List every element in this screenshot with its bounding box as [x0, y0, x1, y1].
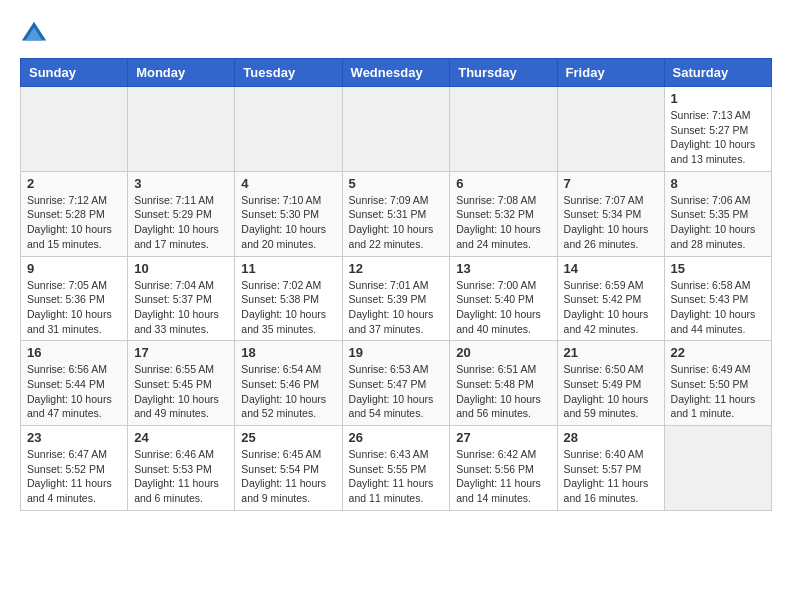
day-number: 16 — [27, 345, 121, 360]
calendar-cell: 15Sunrise: 6:58 AM Sunset: 5:43 PM Dayli… — [664, 256, 771, 341]
day-info: Sunrise: 7:09 AM Sunset: 5:31 PM Dayligh… — [349, 193, 444, 252]
day-number: 24 — [134, 430, 228, 445]
day-info: Sunrise: 7:04 AM Sunset: 5:37 PM Dayligh… — [134, 278, 228, 337]
day-info: Sunrise: 7:06 AM Sunset: 5:35 PM Dayligh… — [671, 193, 765, 252]
day-number: 7 — [564, 176, 658, 191]
column-header-tuesday: Tuesday — [235, 59, 342, 87]
calendar-cell — [235, 87, 342, 172]
calendar-cell: 17Sunrise: 6:55 AM Sunset: 5:45 PM Dayli… — [128, 341, 235, 426]
day-info: Sunrise: 7:11 AM Sunset: 5:29 PM Dayligh… — [134, 193, 228, 252]
calendar-table: SundayMondayTuesdayWednesdayThursdayFrid… — [20, 58, 772, 511]
day-info: Sunrise: 7:02 AM Sunset: 5:38 PM Dayligh… — [241, 278, 335, 337]
page-header — [20, 20, 772, 48]
day-info: Sunrise: 6:40 AM Sunset: 5:57 PM Dayligh… — [564, 447, 658, 506]
day-info: Sunrise: 6:42 AM Sunset: 5:56 PM Dayligh… — [456, 447, 550, 506]
day-number: 17 — [134, 345, 228, 360]
column-header-thursday: Thursday — [450, 59, 557, 87]
day-info: Sunrise: 7:07 AM Sunset: 5:34 PM Dayligh… — [564, 193, 658, 252]
logo-icon — [20, 20, 48, 48]
day-info: Sunrise: 7:05 AM Sunset: 5:36 PM Dayligh… — [27, 278, 121, 337]
calendar-cell — [664, 426, 771, 511]
day-number: 4 — [241, 176, 335, 191]
calendar-cell: 25Sunrise: 6:45 AM Sunset: 5:54 PM Dayli… — [235, 426, 342, 511]
day-info: Sunrise: 6:43 AM Sunset: 5:55 PM Dayligh… — [349, 447, 444, 506]
day-info: Sunrise: 6:58 AM Sunset: 5:43 PM Dayligh… — [671, 278, 765, 337]
day-number: 19 — [349, 345, 444, 360]
day-info: Sunrise: 7:01 AM Sunset: 5:39 PM Dayligh… — [349, 278, 444, 337]
calendar-week-4: 16Sunrise: 6:56 AM Sunset: 5:44 PM Dayli… — [21, 341, 772, 426]
calendar-cell: 2Sunrise: 7:12 AM Sunset: 5:28 PM Daylig… — [21, 171, 128, 256]
day-info: Sunrise: 6:46 AM Sunset: 5:53 PM Dayligh… — [134, 447, 228, 506]
column-header-sunday: Sunday — [21, 59, 128, 87]
calendar-cell: 19Sunrise: 6:53 AM Sunset: 5:47 PM Dayli… — [342, 341, 450, 426]
calendar-cell: 28Sunrise: 6:40 AM Sunset: 5:57 PM Dayli… — [557, 426, 664, 511]
day-number: 23 — [27, 430, 121, 445]
calendar-cell: 1Sunrise: 7:13 AM Sunset: 5:27 PM Daylig… — [664, 87, 771, 172]
calendar-cell: 9Sunrise: 7:05 AM Sunset: 5:36 PM Daylig… — [21, 256, 128, 341]
day-number: 1 — [671, 91, 765, 106]
day-info: Sunrise: 6:45 AM Sunset: 5:54 PM Dayligh… — [241, 447, 335, 506]
calendar-week-2: 2Sunrise: 7:12 AM Sunset: 5:28 PM Daylig… — [21, 171, 772, 256]
day-number: 11 — [241, 261, 335, 276]
day-info: Sunrise: 6:56 AM Sunset: 5:44 PM Dayligh… — [27, 362, 121, 421]
day-info: Sunrise: 6:59 AM Sunset: 5:42 PM Dayligh… — [564, 278, 658, 337]
calendar-cell — [21, 87, 128, 172]
day-info: Sunrise: 6:55 AM Sunset: 5:45 PM Dayligh… — [134, 362, 228, 421]
logo — [20, 20, 52, 48]
day-info: Sunrise: 6:49 AM Sunset: 5:50 PM Dayligh… — [671, 362, 765, 421]
day-number: 25 — [241, 430, 335, 445]
day-number: 20 — [456, 345, 550, 360]
calendar-week-3: 9Sunrise: 7:05 AM Sunset: 5:36 PM Daylig… — [21, 256, 772, 341]
day-number: 8 — [671, 176, 765, 191]
calendar-cell — [128, 87, 235, 172]
day-number: 27 — [456, 430, 550, 445]
day-info: Sunrise: 7:00 AM Sunset: 5:40 PM Dayligh… — [456, 278, 550, 337]
calendar-header-row: SundayMondayTuesdayWednesdayThursdayFrid… — [21, 59, 772, 87]
day-info: Sunrise: 6:50 AM Sunset: 5:49 PM Dayligh… — [564, 362, 658, 421]
day-number: 9 — [27, 261, 121, 276]
day-number: 15 — [671, 261, 765, 276]
column-header-monday: Monday — [128, 59, 235, 87]
day-info: Sunrise: 7:13 AM Sunset: 5:27 PM Dayligh… — [671, 108, 765, 167]
calendar-cell: 27Sunrise: 6:42 AM Sunset: 5:56 PM Dayli… — [450, 426, 557, 511]
day-number: 26 — [349, 430, 444, 445]
calendar-cell — [342, 87, 450, 172]
day-number: 10 — [134, 261, 228, 276]
calendar-cell — [557, 87, 664, 172]
calendar-cell: 14Sunrise: 6:59 AM Sunset: 5:42 PM Dayli… — [557, 256, 664, 341]
column-header-saturday: Saturday — [664, 59, 771, 87]
calendar-cell: 16Sunrise: 6:56 AM Sunset: 5:44 PM Dayli… — [21, 341, 128, 426]
calendar-cell: 5Sunrise: 7:09 AM Sunset: 5:31 PM Daylig… — [342, 171, 450, 256]
calendar-cell: 26Sunrise: 6:43 AM Sunset: 5:55 PM Dayli… — [342, 426, 450, 511]
day-number: 3 — [134, 176, 228, 191]
calendar-cell: 18Sunrise: 6:54 AM Sunset: 5:46 PM Dayli… — [235, 341, 342, 426]
calendar-cell: 23Sunrise: 6:47 AM Sunset: 5:52 PM Dayli… — [21, 426, 128, 511]
calendar-cell: 7Sunrise: 7:07 AM Sunset: 5:34 PM Daylig… — [557, 171, 664, 256]
day-number: 18 — [241, 345, 335, 360]
day-info: Sunrise: 7:12 AM Sunset: 5:28 PM Dayligh… — [27, 193, 121, 252]
column-header-friday: Friday — [557, 59, 664, 87]
calendar-week-5: 23Sunrise: 6:47 AM Sunset: 5:52 PM Dayli… — [21, 426, 772, 511]
day-number: 12 — [349, 261, 444, 276]
calendar-cell — [450, 87, 557, 172]
day-info: Sunrise: 6:53 AM Sunset: 5:47 PM Dayligh… — [349, 362, 444, 421]
day-info: Sunrise: 6:51 AM Sunset: 5:48 PM Dayligh… — [456, 362, 550, 421]
calendar-cell: 12Sunrise: 7:01 AM Sunset: 5:39 PM Dayli… — [342, 256, 450, 341]
calendar-cell: 24Sunrise: 6:46 AM Sunset: 5:53 PM Dayli… — [128, 426, 235, 511]
day-number: 14 — [564, 261, 658, 276]
day-number: 5 — [349, 176, 444, 191]
day-info: Sunrise: 6:54 AM Sunset: 5:46 PM Dayligh… — [241, 362, 335, 421]
day-number: 22 — [671, 345, 765, 360]
calendar-cell: 11Sunrise: 7:02 AM Sunset: 5:38 PM Dayli… — [235, 256, 342, 341]
day-info: Sunrise: 6:47 AM Sunset: 5:52 PM Dayligh… — [27, 447, 121, 506]
calendar-week-1: 1Sunrise: 7:13 AM Sunset: 5:27 PM Daylig… — [21, 87, 772, 172]
calendar-cell: 22Sunrise: 6:49 AM Sunset: 5:50 PM Dayli… — [664, 341, 771, 426]
day-info: Sunrise: 7:08 AM Sunset: 5:32 PM Dayligh… — [456, 193, 550, 252]
calendar-cell: 13Sunrise: 7:00 AM Sunset: 5:40 PM Dayli… — [450, 256, 557, 341]
column-header-wednesday: Wednesday — [342, 59, 450, 87]
day-number: 2 — [27, 176, 121, 191]
calendar-cell: 8Sunrise: 7:06 AM Sunset: 5:35 PM Daylig… — [664, 171, 771, 256]
calendar-cell: 3Sunrise: 7:11 AM Sunset: 5:29 PM Daylig… — [128, 171, 235, 256]
calendar-cell: 4Sunrise: 7:10 AM Sunset: 5:30 PM Daylig… — [235, 171, 342, 256]
day-number: 13 — [456, 261, 550, 276]
